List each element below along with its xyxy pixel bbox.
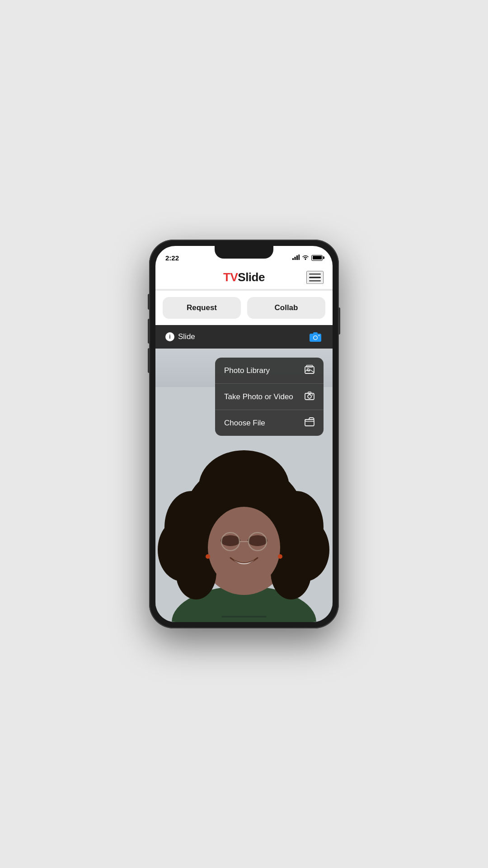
tab-row: Request Collab <box>155 291 333 325</box>
svg-rect-2 <box>296 255 298 260</box>
slide-bar: i Slide <box>155 325 333 349</box>
svg-point-33 <box>308 395 311 398</box>
app-logo: TVSlide <box>223 270 265 284</box>
status-icons <box>292 255 323 261</box>
power-button <box>338 307 340 335</box>
status-time: 2:22 <box>165 254 179 262</box>
top-nav: TVSlide <box>155 266 333 289</box>
dropdown-menu: Photo Library Take P <box>215 358 324 436</box>
svg-point-27 <box>206 554 210 559</box>
svg-point-9 <box>319 335 320 336</box>
take-photo-icon <box>305 391 314 402</box>
wifi-icon <box>302 255 309 261</box>
battery-icon <box>311 255 323 261</box>
main-content: Photo Library Take P <box>155 349 333 622</box>
svg-rect-32 <box>305 393 314 400</box>
dropdown-item-take-photo[interactable]: Take Photo or Video <box>215 384 324 410</box>
volume-up-button <box>148 319 150 344</box>
logo-tv: TV <box>223 270 238 284</box>
choose-file-label: Choose File <box>224 419 265 428</box>
take-photo-label: Take Photo or Video <box>224 392 293 401</box>
logo-slide: Slide <box>238 270 265 284</box>
svg-point-35 <box>312 394 313 395</box>
info-icon[interactable]: i <box>165 332 174 341</box>
signal-icon <box>292 255 300 261</box>
silent-button <box>148 294 150 310</box>
svg-point-4 <box>305 259 306 260</box>
svg-rect-1 <box>295 257 296 260</box>
choose-file-icon <box>305 417 314 429</box>
svg-point-21 <box>208 507 280 588</box>
svg-point-22 <box>221 535 240 546</box>
slide-bar-left: i Slide <box>165 332 195 341</box>
tab-collab[interactable]: Collab <box>247 297 325 319</box>
svg-rect-3 <box>299 255 300 260</box>
svg-rect-34 <box>308 392 311 394</box>
app-screen: 2:22 <box>155 246 333 622</box>
svg-point-7 <box>314 336 317 340</box>
phone-frame: 2:22 <box>149 240 339 628</box>
hamburger-line-2 <box>309 277 321 278</box>
dropdown-item-choose-file[interactable]: Choose File <box>215 410 324 436</box>
svg-point-23 <box>248 535 267 546</box>
dropdown-item-photo-library[interactable]: Photo Library <box>215 358 324 384</box>
svg-rect-0 <box>292 258 294 260</box>
tab-request[interactable]: Request <box>163 297 241 319</box>
slide-label: Slide <box>178 332 195 341</box>
hamburger-line-3 <box>309 280 321 282</box>
volume-down-button <box>148 348 150 373</box>
svg-point-28 <box>278 554 282 559</box>
photo-library-label: Photo Library <box>224 366 270 375</box>
svg-rect-36 <box>305 420 314 426</box>
hamburger-button[interactable] <box>306 271 324 284</box>
hamburger-line-1 <box>309 274 321 275</box>
home-indicator <box>221 616 267 618</box>
photo-library-icon <box>305 365 314 376</box>
svg-rect-8 <box>313 332 318 334</box>
photo-area: Photo Library Take P <box>155 349 333 622</box>
phone-screen: 2:22 <box>155 246 333 622</box>
camera-button[interactable] <box>308 330 323 344</box>
notch <box>215 246 273 259</box>
svg-rect-30 <box>306 365 313 367</box>
